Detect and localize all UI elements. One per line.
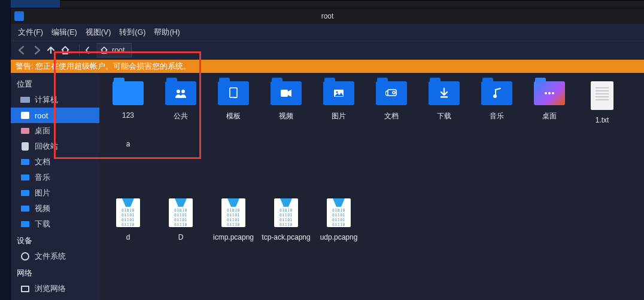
file-item-D[interactable]: 01010 01101 01101 01110D: [154, 195, 207, 253]
titlebar[interactable]: root: [11, 8, 644, 24]
sidebar-item-icon: [20, 252, 30, 261]
forward-icon[interactable]: [31, 45, 42, 56]
file-item-label: 模板: [226, 111, 241, 121]
svg-point-0: [177, 90, 180, 93]
sidebar-item-下载[interactable]: 下载: [11, 216, 99, 232]
file-item-123[interactable]: 123: [102, 78, 154, 136]
file-item-文档[interactable]: 文档: [365, 78, 418, 136]
sidebar-item-icon: [20, 126, 30, 136]
sidebar-item-回收站[interactable]: 回收站: [11, 139, 99, 154]
path-segment[interactable]: root: [112, 46, 125, 54]
desktop: root 文件(F) 编辑(E) 视图(V) 转到(G) 帮助(H): [0, 0, 644, 300]
file-item-下载[interactable]: 下载: [418, 78, 470, 136]
menu-file[interactable]: 文件(F): [18, 27, 43, 38]
sidebar-item-label: 视频: [35, 203, 50, 214]
up-icon[interactable]: [45, 45, 56, 56]
file-item-label: icmp.pcapng: [213, 233, 254, 241]
sidebar-item-icon: [20, 173, 30, 182]
sidebar-item-root[interactable]: root: [11, 108, 99, 123]
file-item-icmp.pcapng[interactable]: 01010 01101 01101 01110icmp.pcapng: [207, 195, 260, 253]
sidebar-item-icon: [20, 111, 30, 120]
svg-point-10: [545, 92, 547, 94]
svg-point-11: [548, 92, 551, 94]
menu-go[interactable]: 转到(G): [119, 27, 145, 38]
file-manager-window: root 文件(F) 编辑(E) 视图(V) 转到(G) 帮助(H): [11, 8, 644, 300]
folder-glyph-icon: [228, 87, 239, 99]
sidebar-item-icon: [20, 95, 30, 105]
folder-icon: [534, 81, 565, 105]
file-item-udp.pcapng[interactable]: 01010 01101 01101 01110udp.pcapng: [312, 195, 365, 253]
icon-grid: 123公共模板视频图片文档下载音乐桌面1.txta01010 01101 011…: [99, 73, 644, 258]
folder-icon: [323, 81, 354, 105]
sidebar-item-label: root: [35, 111, 48, 120]
sidebar-item-视频[interactable]: 视频: [11, 201, 99, 216]
back-icon[interactable]: [17, 45, 28, 56]
menubar: 文件(F) 编辑(E) 视图(V) 转到(G) 帮助(H): [11, 24, 644, 41]
sidebar: 位置 计算机root桌面回收站文档音乐图片视频下载 设备 文件系统 网络 浏览网…: [11, 73, 99, 300]
sidebar-item-音乐[interactable]: 音乐: [11, 170, 99, 185]
window-body: 位置 计算机root桌面回收站文档音乐图片视频下载 设备 文件系统 网络 浏览网…: [11, 73, 644, 300]
sidebar-head-devices: 设备: [11, 232, 99, 249]
file-item-图片[interactable]: 图片: [312, 78, 365, 136]
pcap-file-icon: 01010 01101 01101 01110: [274, 198, 298, 227]
file-item-模板[interactable]: 模板: [207, 78, 260, 136]
sidebar-item-桌面[interactable]: 桌面: [11, 123, 99, 139]
sidebar-item-浏览网络[interactable]: 浏览网络: [11, 281, 99, 296]
file-item-音乐[interactable]: 音乐: [470, 78, 523, 136]
path-bar[interactable]: root: [96, 43, 132, 57]
file-item-1.txt[interactable]: 1.txt: [576, 78, 628, 136]
toolbar: root: [11, 41, 644, 60]
folder-icon: [113, 81, 144, 105]
sidebar-item-icon: [20, 204, 30, 213]
toolbar-divider: [79, 44, 80, 56]
sidebar-item-icon: [20, 188, 30, 198]
file-item-label: 音乐: [490, 111, 504, 121]
folder-glyph-icon: [280, 89, 292, 97]
svg-point-7: [393, 91, 395, 94]
svg-rect-3: [281, 90, 288, 97]
file-item-label: D: [178, 233, 184, 241]
file-item-a[interactable]: a: [102, 136, 154, 195]
folder-icon: [271, 81, 302, 105]
sidebar-item-计算机[interactable]: 计算机: [11, 92, 99, 108]
folder-icon: [376, 81, 407, 105]
file-item-桌面[interactable]: 桌面: [523, 78, 576, 136]
sidebar-head-network: 网络: [11, 264, 99, 281]
file-item-label: udp.pcapng: [320, 233, 358, 241]
sidebar-item-label: 音乐: [35, 172, 50, 183]
file-item-d[interactable]: 01010 01101 01101 01110d: [102, 195, 154, 253]
content-area[interactable]: 123公共模板视频图片文档下载音乐桌面1.txta01010 01101 011…: [99, 73, 644, 300]
menu-view[interactable]: 视图(V): [86, 27, 111, 38]
file-item-label: 123: [122, 111, 134, 120]
sidebar-item-icon: [20, 284, 30, 293]
left-panel: [0, 0, 11, 300]
file-item-tcp-ack.pcapng[interactable]: 01010 01101 01101 01110tcp-ack.pcapng: [260, 195, 312, 253]
folder-glyph-icon: [385, 89, 397, 97]
svg-rect-2: [230, 88, 237, 97]
sidebar-item-图片[interactable]: 图片: [11, 185, 99, 201]
menu-help[interactable]: 帮助(H): [154, 27, 180, 38]
history-chevron-icon[interactable]: [82, 45, 93, 56]
file-item-视频[interactable]: 视频: [260, 78, 312, 136]
sidebar-item-label: 下载: [35, 219, 50, 229]
window-title: root: [321, 12, 334, 20]
menu-edit[interactable]: 编辑(E): [51, 27, 77, 38]
home-icon[interactable]: [60, 45, 71, 56]
file-item-label: d: [126, 233, 130, 241]
pcap-file-icon: 01010 01101 01101 01110: [221, 198, 245, 227]
sidebar-item-label: 桌面: [35, 125, 50, 136]
svg-point-12: [552, 92, 554, 94]
file-item-公共[interactable]: 公共: [154, 78, 207, 136]
sidebar-item-icon: [20, 142, 30, 151]
svg-point-5: [336, 91, 338, 93]
pcap-file-icon: 01010 01101 01101 01110: [169, 198, 193, 227]
sidebar-item-icon: [20, 219, 30, 229]
svg-rect-8: [441, 96, 448, 98]
sidebar-item-文件系统[interactable]: 文件系统: [11, 249, 99, 264]
background-window-strip: [60, 0, 644, 8]
path-home-icon: [100, 46, 108, 54]
file-item-label: 下载: [437, 111, 451, 121]
sidebar-item-文档[interactable]: 文档: [11, 154, 99, 170]
sidebar-item-icon: [20, 157, 30, 167]
folder-glyph-icon: [543, 91, 555, 96]
